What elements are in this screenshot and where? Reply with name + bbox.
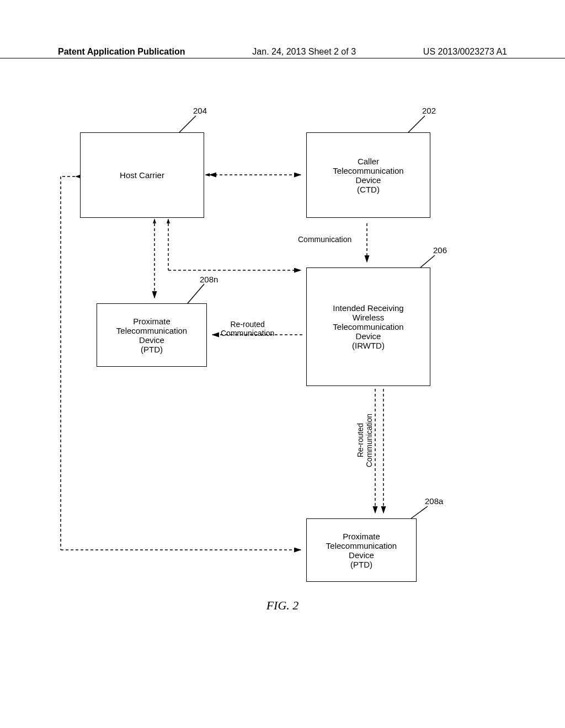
box-ctd: Caller Telecommunication Device (CTD) (306, 132, 430, 218)
box-ptd-n: Proximate Telecommunication Device (PTD) (97, 303, 207, 367)
label-rerouted-2: Re-routed Communication (356, 414, 374, 467)
header-center: Jan. 24, 2013 Sheet 2 of 3 (252, 47, 356, 57)
label-rerouted-1: Re-routed Communication (221, 320, 274, 338)
ref-202: 202 (422, 106, 436, 115)
ref-206: 206 (433, 245, 447, 255)
box-ptd-a-label: Proximate Telecommunication Device (PTD) (326, 532, 397, 569)
box-irwtd-label: Intended Receiving Wireless Telecommunic… (333, 303, 403, 350)
svg-line-1 (408, 116, 425, 132)
header-left: Patent Application Publication (58, 47, 185, 57)
diagram-container: CTD (double arrow dashed) --> 204 202 20… (0, 99, 565, 596)
box-host-label: Host Carrier (120, 170, 164, 180)
box-ptd-n-label: Proximate Telecommunication Device (PTD) (116, 317, 187, 354)
box-ctd-label: Caller Telecommunication Device (CTD) (333, 157, 403, 194)
page-header: Patent Application Publication Jan. 24, … (0, 47, 565, 58)
figure-caption: FIG. 2 (0, 598, 565, 613)
box-irwtd: Intended Receiving Wireless Telecommunic… (306, 267, 430, 386)
header-right: US 2013/0023273 A1 (423, 47, 507, 57)
label-communication: Communication (298, 235, 351, 244)
ref-208a: 208a (425, 496, 443, 506)
svg-line-0 (179, 116, 196, 132)
svg-line-3 (188, 284, 204, 303)
svg-line-2 (420, 255, 435, 267)
ref-208n: 208n (200, 275, 218, 284)
ref-204: 204 (193, 106, 207, 115)
svg-line-4 (411, 506, 428, 518)
box-host-carrier: Host Carrier (80, 132, 204, 218)
box-ptd-a: Proximate Telecommunication Device (PTD) (306, 518, 417, 582)
